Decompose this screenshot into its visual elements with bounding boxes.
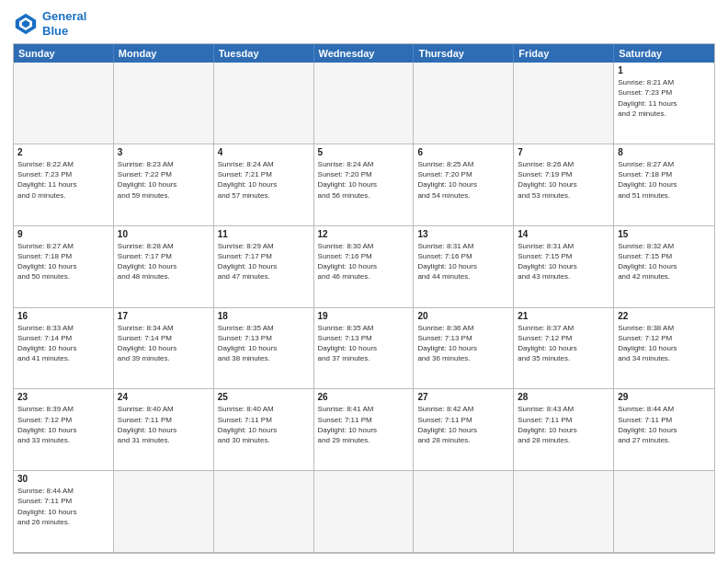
day-number: 29 — [618, 392, 711, 402]
day-number: 25 — [218, 392, 310, 402]
header: General Blue — [13, 9, 715, 38]
day-cell-26: 26Sunrise: 8:41 AM Sunset: 7:11 PM Dayli… — [314, 389, 415, 471]
logo: General Blue — [13, 9, 86, 38]
day-number: 30 — [17, 474, 109, 484]
day-cell-12: 12Sunrise: 8:30 AM Sunset: 7:16 PM Dayli… — [314, 226, 415, 308]
day-number: 17 — [118, 311, 210, 321]
page: General Blue SundayMondayTuesdayWednesda… — [0, 0, 728, 563]
day-number: 9 — [17, 229, 109, 239]
day-cell-30: 30Sunrise: 8:44 AM Sunset: 7:11 PM Dayli… — [14, 471, 114, 553]
day-info: Sunrise: 8:27 AM Sunset: 7:18 PM Dayligh… — [17, 241, 109, 282]
day-info: Sunrise: 8:21 AM Sunset: 7:23 PM Dayligh… — [618, 77, 711, 119]
day-info: Sunrise: 8:35 AM Sunset: 7:13 PM Dayligh… — [218, 323, 310, 364]
day-cell-13: 13Sunrise: 8:31 AM Sunset: 7:16 PM Dayli… — [414, 226, 514, 308]
day-info: Sunrise: 8:31 AM Sunset: 7:15 PM Dayligh… — [518, 241, 609, 282]
empty-cell — [314, 471, 415, 553]
day-info: Sunrise: 8:32 AM Sunset: 7:15 PM Dayligh… — [618, 241, 711, 282]
day-cell-2: 2Sunrise: 8:22 AM Sunset: 7:23 PM Daylig… — [14, 144, 114, 226]
day-cell-3: 3Sunrise: 8:23 AM Sunset: 7:22 PM Daylig… — [114, 144, 214, 226]
day-number: 11 — [218, 229, 310, 239]
day-info: Sunrise: 8:44 AM Sunset: 7:11 PM Dayligh… — [17, 486, 109, 527]
day-cell-24: 24Sunrise: 8:40 AM Sunset: 7:11 PM Dayli… — [114, 389, 214, 471]
day-cell-18: 18Sunrise: 8:35 AM Sunset: 7:13 PM Dayli… — [214, 308, 314, 390]
day-cell-21: 21Sunrise: 8:37 AM Sunset: 7:12 PM Dayli… — [514, 308, 614, 390]
day-cell-4: 4Sunrise: 8:24 AM Sunset: 7:21 PM Daylig… — [214, 144, 314, 226]
day-number: 28 — [518, 392, 609, 402]
day-cell-20: 20Sunrise: 8:36 AM Sunset: 7:13 PM Dayli… — [414, 308, 514, 390]
day-number: 1 — [618, 65, 711, 75]
day-info: Sunrise: 8:33 AM Sunset: 7:14 PM Dayligh… — [17, 323, 109, 364]
day-header-thursday: Thursday — [414, 44, 514, 63]
day-cell-1: 1Sunrise: 8:21 AM Sunset: 7:23 PM Daylig… — [614, 63, 714, 144]
empty-cell — [514, 63, 614, 144]
day-number: 3 — [118, 147, 210, 157]
day-number: 15 — [618, 229, 711, 239]
day-info: Sunrise: 8:36 AM Sunset: 7:13 PM Dayligh… — [417, 323, 509, 364]
day-cell-23: 23Sunrise: 8:39 AM Sunset: 7:12 PM Dayli… — [14, 389, 114, 471]
day-number: 13 — [417, 229, 509, 239]
empty-cell — [214, 471, 314, 553]
day-info: Sunrise: 8:28 AM Sunset: 7:17 PM Dayligh… — [118, 241, 210, 282]
day-info: Sunrise: 8:38 AM Sunset: 7:12 PM Dayligh… — [618, 323, 711, 364]
day-info: Sunrise: 8:42 AM Sunset: 7:11 PM Dayligh… — [417, 404, 509, 445]
day-info: Sunrise: 8:35 AM Sunset: 7:13 PM Dayligh… — [318, 323, 410, 364]
day-number: 21 — [518, 311, 609, 321]
day-number: 23 — [17, 392, 109, 402]
empty-cell — [414, 63, 514, 144]
empty-cell — [414, 471, 514, 553]
day-header-wednesday: Wednesday — [314, 44, 415, 63]
day-cell-7: 7Sunrise: 8:26 AM Sunset: 7:19 PM Daylig… — [514, 144, 614, 226]
day-cell-14: 14Sunrise: 8:31 AM Sunset: 7:15 PM Dayli… — [514, 226, 614, 308]
day-number: 6 — [417, 147, 509, 157]
day-number: 20 — [417, 311, 509, 321]
logo-icon — [13, 11, 39, 37]
calendar: SundayMondayTuesdayWednesdayThursdayFrid… — [13, 43, 715, 554]
day-number: 22 — [618, 311, 711, 321]
day-cell-28: 28Sunrise: 8:43 AM Sunset: 7:11 PM Dayli… — [514, 389, 614, 471]
day-info: Sunrise: 8:25 AM Sunset: 7:20 PM Dayligh… — [417, 159, 509, 201]
day-number: 14 — [518, 229, 609, 239]
day-cell-16: 16Sunrise: 8:33 AM Sunset: 7:14 PM Dayli… — [14, 308, 114, 390]
day-info: Sunrise: 8:37 AM Sunset: 7:12 PM Dayligh… — [518, 323, 609, 364]
day-cell-25: 25Sunrise: 8:40 AM Sunset: 7:11 PM Dayli… — [214, 389, 314, 471]
day-header-tuesday: Tuesday — [214, 44, 314, 63]
day-cell-15: 15Sunrise: 8:32 AM Sunset: 7:15 PM Dayli… — [614, 226, 714, 308]
day-number: 5 — [318, 147, 410, 157]
day-number: 8 — [618, 147, 711, 157]
day-cell-8: 8Sunrise: 8:27 AM Sunset: 7:18 PM Daylig… — [614, 144, 714, 226]
day-header-monday: Monday — [114, 44, 214, 63]
day-number: 16 — [17, 311, 109, 321]
day-info: Sunrise: 8:31 AM Sunset: 7:16 PM Dayligh… — [417, 241, 509, 282]
empty-cell — [314, 63, 415, 144]
logo-text: General Blue — [42, 9, 86, 38]
day-cell-19: 19Sunrise: 8:35 AM Sunset: 7:13 PM Dayli… — [314, 308, 415, 390]
day-header-sunday: Sunday — [14, 44, 114, 63]
day-info: Sunrise: 8:41 AM Sunset: 7:11 PM Dayligh… — [318, 404, 410, 445]
day-number: 26 — [318, 392, 410, 402]
day-info: Sunrise: 8:43 AM Sunset: 7:11 PM Dayligh… — [518, 404, 609, 445]
day-header-saturday: Saturday — [614, 44, 714, 63]
day-info: Sunrise: 8:39 AM Sunset: 7:12 PM Dayligh… — [17, 404, 109, 445]
empty-cell — [614, 471, 714, 553]
day-info: Sunrise: 8:24 AM Sunset: 7:21 PM Dayligh… — [218, 159, 310, 201]
day-cell-11: 11Sunrise: 8:29 AM Sunset: 7:17 PM Dayli… — [214, 226, 314, 308]
day-number: 10 — [118, 229, 210, 239]
day-number: 4 — [218, 147, 310, 157]
day-info: Sunrise: 8:22 AM Sunset: 7:23 PM Dayligh… — [17, 159, 109, 201]
empty-cell — [14, 63, 114, 144]
day-info: Sunrise: 8:40 AM Sunset: 7:11 PM Dayligh… — [218, 404, 310, 445]
day-info: Sunrise: 8:29 AM Sunset: 7:17 PM Dayligh… — [218, 241, 310, 282]
calendar-header: SundayMondayTuesdayWednesdayThursdayFrid… — [14, 44, 714, 63]
day-cell-5: 5Sunrise: 8:24 AM Sunset: 7:20 PM Daylig… — [314, 144, 415, 226]
calendar-body: 1Sunrise: 8:21 AM Sunset: 7:23 PM Daylig… — [14, 63, 714, 553]
day-info: Sunrise: 8:26 AM Sunset: 7:19 PM Dayligh… — [518, 159, 609, 201]
empty-cell — [514, 471, 614, 553]
day-info: Sunrise: 8:34 AM Sunset: 7:14 PM Dayligh… — [118, 323, 210, 364]
empty-cell — [214, 63, 314, 144]
day-cell-22: 22Sunrise: 8:38 AM Sunset: 7:12 PM Dayli… — [614, 308, 714, 390]
day-info: Sunrise: 8:30 AM Sunset: 7:16 PM Dayligh… — [318, 241, 410, 282]
day-info: Sunrise: 8:24 AM Sunset: 7:20 PM Dayligh… — [318, 159, 410, 201]
day-info: Sunrise: 8:44 AM Sunset: 7:11 PM Dayligh… — [618, 404, 711, 445]
empty-cell — [114, 63, 214, 144]
day-cell-9: 9Sunrise: 8:27 AM Sunset: 7:18 PM Daylig… — [14, 226, 114, 308]
